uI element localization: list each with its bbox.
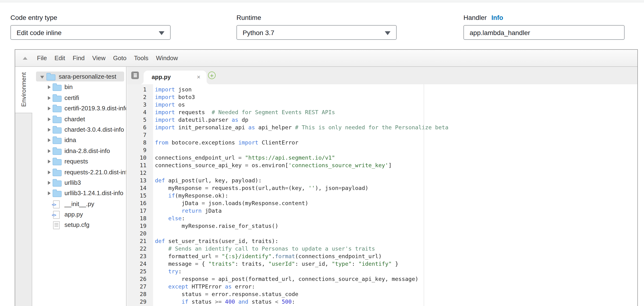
- line-number: 26: [127, 275, 153, 283]
- tab-app-py[interactable]: app.py ×: [144, 71, 206, 84]
- tree-folder-urllib3[interactable]: urllib3: [32, 178, 126, 188]
- arrow-right-icon[interactable]: [48, 192, 51, 195]
- menu-item-tools[interactable]: Tools: [134, 54, 148, 62]
- python-file-icon: [53, 211, 60, 219]
- tree-folder-chardet[interactable]: chardet: [32, 114, 126, 125]
- tree-folder-chardet-3.0.4.dist-info[interactable]: chardet-3.0.4.dist-info: [32, 125, 126, 135]
- line-number: 18: [127, 215, 153, 222]
- tree-folder-certifi[interactable]: certifi: [32, 93, 126, 103]
- editor-tabbar: app.py × +: [127, 67, 637, 85]
- folder-icon: [52, 106, 62, 112]
- line-number: 11: [127, 162, 153, 169]
- arrow-right-icon[interactable]: [48, 160, 51, 163]
- tree-item-label: idna-2.8.dist-info: [64, 147, 110, 154]
- arrow-right-icon[interactable]: [48, 85, 51, 89]
- tree-folder-idna-2.8.dist-info[interactable]: idna-2.8.dist-info: [32, 146, 126, 156]
- tree-item-label: requests: [64, 158, 88, 165]
- tree-folder-sara-personalize-test[interactable]: sara-personalize-test: [32, 71, 126, 82]
- tree-folder-urllib3-1.24.1.dist-info[interactable]: urllib3-1.24.1.dist-info: [32, 188, 126, 199]
- environment-strip-rest: [15, 113, 32, 306]
- collapse-menubar-icon[interactable]: [23, 57, 28, 60]
- handler-input[interactable]: [464, 25, 624, 40]
- code-line: formatted_url = "{:s}/identify".format(c…: [155, 253, 637, 260]
- line-number: 8: [127, 139, 153, 146]
- environment-strip: Environment: [15, 67, 32, 306]
- menu-item-goto[interactable]: Goto: [113, 54, 126, 62]
- tree-item-label: __init__.py: [64, 200, 94, 207]
- code-line: return jData: [155, 207, 637, 215]
- code-line: [155, 230, 637, 237]
- line-number: 23: [127, 253, 153, 260]
- tree-item-label: certifi: [64, 94, 79, 101]
- arrow-down-icon[interactable]: [40, 76, 44, 79]
- tree-file-__init__.py[interactable]: __init__.py: [32, 199, 126, 209]
- folder-icon: [52, 191, 62, 197]
- tree-folder-requests-2.21.0.dist-info[interactable]: requests-2.21.0.dist-info: [32, 167, 126, 178]
- file-tree: sara-personalize-testbincertificertifi-2…: [32, 67, 126, 306]
- menu-item-window[interactable]: Window: [156, 54, 178, 62]
- code-line: [155, 146, 637, 154]
- menu-item-view[interactable]: View: [92, 54, 106, 62]
- line-number: 13: [127, 177, 153, 184]
- tree-folder-certifi-2019.3.9.dist-info[interactable]: certifi-2019.3.9.dist-info: [32, 103, 126, 114]
- new-tab-button[interactable]: +: [208, 71, 216, 79]
- code-entry-type-select[interactable]: Edit code inline: [10, 25, 170, 40]
- arrow-right-icon[interactable]: [48, 170, 51, 174]
- code-area[interactable]: 1234567891011121314151617181920212223242…: [127, 84, 637, 306]
- arrow-right-icon[interactable]: [48, 128, 51, 132]
- arrow-right-icon[interactable]: [48, 117, 51, 121]
- menu-item-find[interactable]: Find: [73, 54, 85, 62]
- handler-info-link[interactable]: Info: [492, 14, 503, 21]
- tree-folder-bin[interactable]: bin: [32, 82, 126, 93]
- arrow-right-icon[interactable]: [48, 107, 51, 110]
- arrow-right-icon[interactable]: [48, 149, 51, 153]
- arrow-right-icon[interactable]: [48, 139, 51, 142]
- tab-app-py-label: app.py: [152, 74, 171, 80]
- editor-menubar: FileEditFindViewGotoToolsWindow: [15, 50, 637, 67]
- code-line: myResponse = requests.post(url,auth=(key…: [155, 184, 637, 192]
- folder-icon: [52, 85, 62, 91]
- code-line: connections_endpoint_url = "https://api.…: [155, 154, 637, 162]
- handler-field: Handler Info: [464, 13, 624, 40]
- runtime-select[interactable]: Python 3.7: [236, 25, 397, 40]
- page: Code entry type Edit code inline Runtime…: [0, 0, 644, 306]
- tree-folder-idna[interactable]: idna: [32, 135, 126, 146]
- line-number: 2: [127, 93, 153, 101]
- line-number: 24: [127, 260, 153, 268]
- tree-file-app.py[interactable]: app.py: [32, 209, 126, 220]
- menu-item-file[interactable]: File: [37, 54, 47, 62]
- python-file-icon: [53, 200, 60, 208]
- line-number: 17: [127, 207, 153, 215]
- folder-icon: [52, 159, 62, 165]
- code-line: if(myResponse.ok):: [155, 192, 637, 199]
- chevron-down-icon: [159, 31, 164, 35]
- tree-item-label: chardet-3.0.4.dist-info: [64, 126, 124, 133]
- tree-folder-requests[interactable]: requests: [32, 156, 126, 167]
- code-line: myResponse.raise_for_status(): [155, 222, 637, 230]
- tree-item-label: idna: [64, 137, 76, 144]
- close-icon[interactable]: ×: [197, 73, 200, 80]
- code-line: import dateutil.parser as dp: [155, 116, 637, 124]
- code-line: import init_personalize_api as api_helpe…: [155, 124, 637, 131]
- code-line: def set_user_traits(user_id, traits):: [155, 237, 637, 245]
- code-line: import os: [155, 101, 637, 108]
- tab-list-icon[interactable]: [131, 71, 139, 79]
- tree-item-label: requests-2.21.0.dist-info: [64, 168, 126, 176]
- tree-item-label: urllib3: [64, 179, 81, 186]
- code-line: def api_post(url, key, payload):: [155, 177, 637, 184]
- line-number: 7: [127, 131, 153, 139]
- tree-file-setup.cfg[interactable]: setup.cfg: [32, 220, 126, 231]
- code-line: connections_source_api_key = os.environ[…: [155, 162, 637, 169]
- code-line: import requests # Needed for Segment Eve…: [155, 108, 637, 116]
- line-number-gutter: 1234567891011121314151617181920212223242…: [127, 84, 153, 306]
- line-number: 22: [127, 245, 153, 253]
- code-line: import json: [155, 86, 637, 93]
- tab-environment[interactable]: Environment: [15, 67, 32, 113]
- line-number: 27: [127, 283, 153, 290]
- menu-item-edit[interactable]: Edit: [54, 54, 65, 62]
- arrow-right-icon[interactable]: [48, 96, 51, 100]
- folder-icon: [52, 170, 62, 176]
- code-line: # Sends an identify call to Personas to …: [155, 245, 637, 253]
- arrow-right-icon[interactable]: [48, 181, 51, 185]
- line-number: 9: [127, 146, 153, 154]
